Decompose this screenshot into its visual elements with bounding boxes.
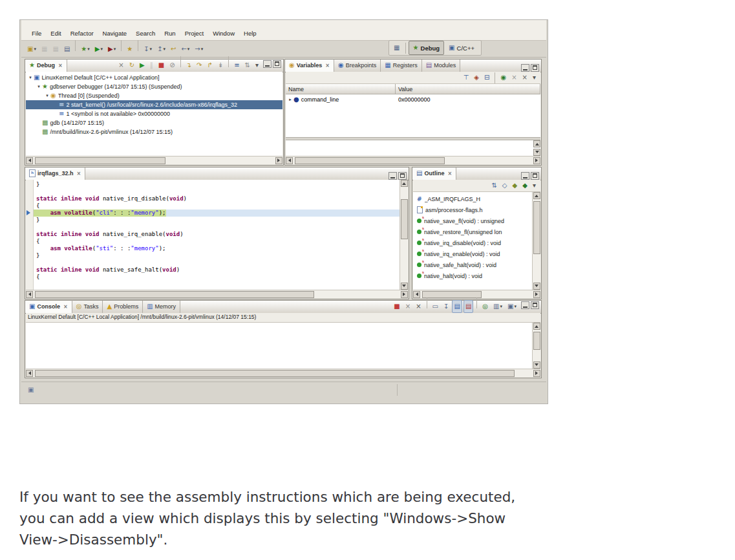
scroll-up-icon[interactable]	[533, 323, 540, 330]
fast-view-button[interactable]: ▣	[26, 383, 36, 396]
code-line[interactable]: asm volatile("sti": : :"memory");	[34, 245, 399, 252]
outline-list[interactable]: #_ASM_IRQFLAGS_Hasm/processor-flags.hnat…	[413, 192, 532, 290]
open-console-dropdown-button[interactable]: ▣▾	[506, 300, 518, 313]
clear-console-button[interactable]: ▭	[431, 300, 440, 313]
minimize-icon[interactable]	[521, 172, 529, 180]
display-console-dropdown-button[interactable]: ▥▾	[491, 300, 504, 313]
hide-non-public-members-button[interactable]: ◆	[520, 180, 529, 192]
debug-tree-row[interactable]: ≡2 start_kernel() /usr/local/src/linux-2…	[26, 100, 282, 109]
code-line[interactable]: }	[34, 252, 399, 259]
code-line[interactable]	[34, 224, 399, 231]
maximize-icon[interactable]	[531, 64, 539, 72]
scroll-left-icon[interactable]	[413, 291, 420, 298]
view-menu-chevron-button[interactable]: ▾	[253, 59, 261, 72]
disconnect-button[interactable]: ⊘	[167, 59, 176, 72]
sort-button[interactable]: ⇅	[489, 180, 498, 192]
console-horizontal-scrollbar[interactable]	[26, 369, 540, 377]
collapse-all-button[interactable]: ⊟	[482, 72, 491, 84]
code-line[interactable]: }	[34, 181, 399, 188]
debug-tree-row[interactable]: ▩/mnt/build/linux-2.6-pit/vmlinux (14/12…	[26, 127, 282, 136]
previous-annotation-button[interactable]: ↥▾	[155, 43, 167, 56]
editor-horizontal-scrollbar[interactable]	[26, 290, 408, 298]
restart-button[interactable]: ↻	[127, 59, 136, 72]
scroll-down-icon[interactable]	[533, 283, 540, 290]
tree-expander-icon[interactable]: ▾	[27, 75, 34, 80]
code-line[interactable]: {	[34, 202, 399, 210]
outline-item[interactable]: native_irq_enable(void) : void	[413, 248, 532, 259]
menu-project[interactable]: Project	[181, 28, 208, 38]
tab-modules[interactable]: ▤Modules	[422, 59, 460, 72]
minimize-icon[interactable]	[389, 172, 397, 180]
perspective-c-c[interactable]: ▣C/C++	[444, 41, 479, 55]
scrollbar-thumb[interactable]	[35, 370, 515, 377]
debug-tree-row[interactable]: ▾◉Thread [0] (Suspended)	[26, 91, 282, 100]
close-tab-icon[interactable]: ×	[58, 63, 63, 69]
scrollbar-thumb[interactable]	[295, 157, 445, 164]
tab-debug[interactable]: ★Debug×	[25, 59, 67, 72]
instruction-stepping-button[interactable]: ≡	[232, 59, 241, 72]
close-tab-icon[interactable]: ×	[447, 171, 452, 177]
outline-item[interactable]: native_halt(void) : void	[413, 270, 532, 281]
menu-refactor[interactable]: Refactor	[67, 28, 98, 38]
tab-tasks[interactable]: ◎Tasks	[72, 301, 103, 313]
console-output[interactable]	[26, 323, 532, 369]
debug-horizontal-scrollbar[interactable]	[26, 156, 282, 164]
menu-help[interactable]: Help	[240, 28, 261, 38]
run-launch-button[interactable]: ▶▾	[93, 43, 105, 56]
code-line[interactable]: {	[34, 238, 399, 245]
scroll-left-icon[interactable]	[26, 157, 33, 164]
variables-detail-pane[interactable]	[286, 140, 540, 156]
minimize-icon[interactable]	[521, 64, 529, 72]
back-button[interactable]: ←▾	[179, 43, 191, 56]
maximize-icon[interactable]	[531, 301, 539, 309]
show-type-names-button[interactable]: ⊤	[462, 72, 471, 84]
perspective-debug[interactable]: ★Debug	[409, 41, 445, 55]
scroll-right-icon[interactable]	[401, 291, 408, 298]
outline-item[interactable]: #_ASM_IRQFLAGS_H	[413, 193, 532, 204]
forward-button[interactable]: →▾	[193, 43, 205, 56]
hide-fields-button[interactable]: ◇	[500, 180, 509, 192]
scroll-up-icon[interactable]	[533, 192, 540, 199]
code-line[interactable]: {	[34, 274, 399, 281]
scroll-down-icon[interactable]	[533, 361, 540, 369]
outline-item[interactable]: asm/processor-flags.h	[413, 204, 532, 215]
debug-tree[interactable]: ▾▣LinuxKernel Default [C/C++ Local Appli…	[26, 72, 282, 156]
variable-row[interactable]: ▸●command_line0x00000000	[286, 95, 540, 104]
tab-breakpoints[interactable]: ◉Breakpoints	[334, 59, 381, 72]
debug-launch-button[interactable]: ★▾	[79, 43, 91, 56]
show-stdout-button[interactable]: ▤	[452, 300, 462, 313]
step-into-button[interactable]: ↴	[184, 59, 193, 72]
open-perspective-button[interactable]: ▦	[392, 41, 401, 54]
view-menu-chevron-button[interactable]: ▾	[531, 72, 538, 84]
scroll-right-icon[interactable]	[533, 370, 540, 377]
tab-console[interactable]: ▣Console×	[25, 300, 72, 313]
maximize-icon[interactable]	[531, 172, 539, 180]
terminate-button[interactable]: ■	[392, 300, 401, 313]
tree-expander-icon[interactable]: ▸	[287, 97, 293, 102]
remove-launch-button[interactable]: ×	[403, 300, 412, 313]
menu-navigate[interactable]: Navigate	[99, 28, 131, 38]
code-line[interactable]: asm volatile("cli": : :"memory");	[34, 210, 399, 217]
console-vertical-scrollbar[interactable]	[532, 323, 540, 369]
tab-problems[interactable]: ▲Problems	[103, 301, 143, 313]
maximize-icon[interactable]	[273, 60, 281, 68]
maximize-icon[interactable]	[398, 172, 407, 180]
outline-item[interactable]: native_save_fl(void) : unsigned	[413, 215, 532, 226]
step-return-button[interactable]: ↱	[205, 59, 214, 72]
scrollbar-thumb[interactable]	[401, 199, 408, 239]
scroll-lock-button[interactable]: ↧	[442, 300, 451, 313]
code-line[interactable]	[34, 188, 399, 195]
menu-edit[interactable]: Edit	[47, 28, 65, 38]
new-wizard-button[interactable]: ▣▾	[25, 43, 38, 56]
next-annotation-button[interactable]: ↧▾	[142, 43, 154, 56]
remove-all-terminated-button[interactable]: ×	[116, 59, 125, 72]
remove-all-global-variables-button[interactable]: ×	[520, 72, 529, 84]
scrollbar-thumb[interactable]	[533, 201, 540, 254]
step-over-button[interactable]: ↷	[195, 59, 204, 72]
tree-expander-icon[interactable]: ▾	[36, 84, 42, 89]
close-tab-icon[interactable]: ×	[325, 63, 330, 69]
variables-horizontal-scrollbar[interactable]	[286, 156, 540, 164]
tree-expander-icon[interactable]: ▾	[44, 93, 50, 98]
scroll-up-icon[interactable]	[533, 140, 540, 147]
menu-run[interactable]: Run	[160, 28, 179, 38]
